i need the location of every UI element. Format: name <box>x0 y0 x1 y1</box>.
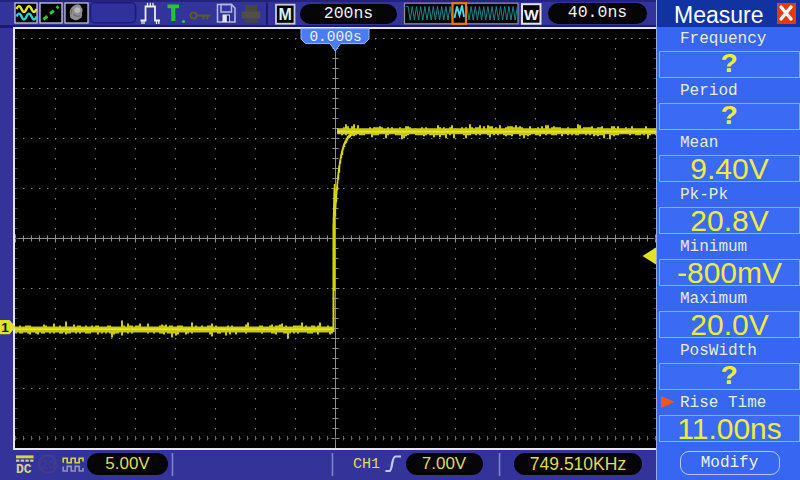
svg-text:1: 1 <box>1 320 9 335</box>
svg-text:0.000s: 0.000s <box>309 29 361 45</box>
